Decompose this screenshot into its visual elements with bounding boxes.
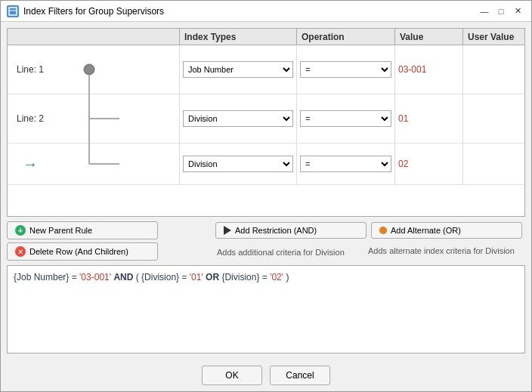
value-cell-3: 02	[395, 144, 463, 184]
new-parent-rule-button[interactable]: + New Parent Rule	[7, 221, 158, 239]
add-alternate-hint: Adds alternate index criteria for Divisi…	[367, 246, 532, 255]
add-restriction-hint: Adds additional criteria for Division	[215, 248, 367, 257]
red-x-icon: ✕	[15, 246, 26, 257]
svg-rect-0	[9, 8, 17, 15]
expr-field-job: {Job Number}	[14, 272, 69, 282]
add-alternate-label: Add Alternate (OR)	[391, 226, 461, 235]
delete-row-label: Delete Row (And Children)	[29, 247, 128, 256]
expr-val-job: '03-001'	[79, 272, 111, 282]
action-row-2: ✕ Delete Row (And Children) Adds additio…	[7, 242, 525, 261]
play-icon	[224, 226, 231, 235]
close-button[interactable]: ✕	[510, 4, 525, 19]
tree-cell-3: →	[8, 144, 180, 184]
value-text-1: 03-001	[398, 64, 426, 75]
main-content: Index Types Operation Value User Value	[1, 22, 531, 360]
expr-field-div1: {Division}	[141, 272, 179, 282]
svg-point-2	[84, 64, 94, 75]
col-header-operation: Operation	[297, 29, 395, 45]
index-type-select-2[interactable]: Division Job Number	[183, 110, 293, 127]
expr-and: AND	[113, 272, 135, 282]
filter-table: Index Types Operation Value User Value	[7, 28, 525, 217]
value-cell-2: 01	[395, 94, 463, 143]
main-window: Index Filters for Group Supervisors — □ …	[0, 0, 532, 392]
table-row: Line: 1 Job Number Division = !=	[8, 45, 524, 94]
add-alternate-button[interactable]: Add Alternate (OR)	[371, 222, 522, 239]
col-header-index-types: Index Types	[180, 29, 297, 45]
line-label-2: Line: 2	[17, 113, 44, 124]
expr-or: OR	[206, 272, 221, 282]
col-header-tree	[8, 29, 180, 45]
orange-dot-icon	[379, 227, 387, 234]
add-restriction-label: Add Restriction (AND)	[235, 226, 317, 235]
index-type-cell-3: Division Job Number	[180, 144, 297, 184]
table-body: Line: 1 Job Number Division = !=	[8, 45, 524, 216]
index-type-cell-2: Division Job Number	[180, 94, 297, 143]
expression-text: {Job Number} = '03-001' AND ( {Division}…	[14, 272, 289, 282]
hints-area: Adds additional criteria for Division Ad…	[215, 248, 518, 255]
window-title: Index Filters for Group Supervisors	[23, 6, 477, 17]
delete-row-button[interactable]: ✕ Delete Row (And Children)	[7, 242, 158, 261]
user-value-cell-2	[463, 94, 524, 143]
plus-icon: +	[15, 225, 26, 236]
add-restriction-button[interactable]: Add Restriction (AND)	[215, 222, 367, 239]
index-type-select-1[interactable]: Job Number Division	[183, 61, 293, 78]
expr-field-div2: {Division}	[221, 272, 259, 282]
expr-paren-close: )	[286, 272, 289, 282]
action-buttons-area: + New Parent Rule Add Restriction (AND) …	[7, 221, 525, 261]
expr-op-eq3: =	[262, 272, 270, 282]
user-value-cell-1	[463, 45, 524, 94]
table-row: Line: 2 Division Job Number = !=	[8, 94, 524, 144]
new-row-arrow: →	[23, 156, 38, 173]
value-text-2: 01	[398, 113, 408, 124]
col-header-value: Value	[395, 29, 463, 45]
tree-cell-2: Line: 2	[8, 94, 180, 143]
table-row: → Division Job Number = !=	[8, 144, 524, 185]
expression-area: {Job Number} = '03-001' AND ( {Division}…	[7, 265, 525, 353]
index-type-cell-1: Job Number Division	[180, 45, 297, 94]
new-parent-rule-label: New Parent Rule	[29, 226, 92, 235]
expr-val-div2: '02'	[270, 272, 283, 282]
col-header-user-value: User Value	[463, 29, 524, 45]
expr-op-eq1: =	[72, 272, 79, 282]
ok-button[interactable]: OK	[202, 366, 262, 385]
window-icon	[7, 5, 19, 17]
value-text-3: 02	[398, 159, 408, 169]
expr-val-div1: '01'	[190, 272, 203, 282]
window-controls: — □ ✕	[477, 4, 525, 19]
operation-select-3[interactable]: = !=	[300, 156, 391, 172]
operation-select-1[interactable]: = !=	[300, 61, 391, 78]
operation-cell-3: = !=	[297, 144, 395, 184]
maximize-button[interactable]: □	[493, 4, 509, 19]
tree-cell-1: Line: 1	[8, 45, 180, 94]
operation-cell-1: = !=	[297, 45, 395, 94]
expr-op-eq2: =	[181, 272, 189, 282]
operation-select-2[interactable]: = !=	[300, 110, 391, 127]
user-value-cell-3	[463, 144, 524, 184]
line-label-1: Line: 1	[17, 64, 44, 75]
table-header: Index Types Operation Value User Value	[8, 29, 524, 45]
minimize-button[interactable]: —	[477, 4, 492, 19]
action-row-1: + New Parent Rule Add Restriction (AND) …	[7, 221, 525, 239]
cancel-button[interactable]: Cancel	[270, 366, 330, 385]
title-bar: Index Filters for Group Supervisors — □ …	[1, 1, 531, 22]
value-cell-1: 03-001	[395, 45, 463, 94]
operation-cell-2: = !=	[297, 94, 395, 143]
index-type-select-3[interactable]: Division Job Number	[183, 156, 293, 172]
expr-paren-open: (	[136, 272, 139, 282]
bottom-bar: OK Cancel	[1, 360, 531, 391]
